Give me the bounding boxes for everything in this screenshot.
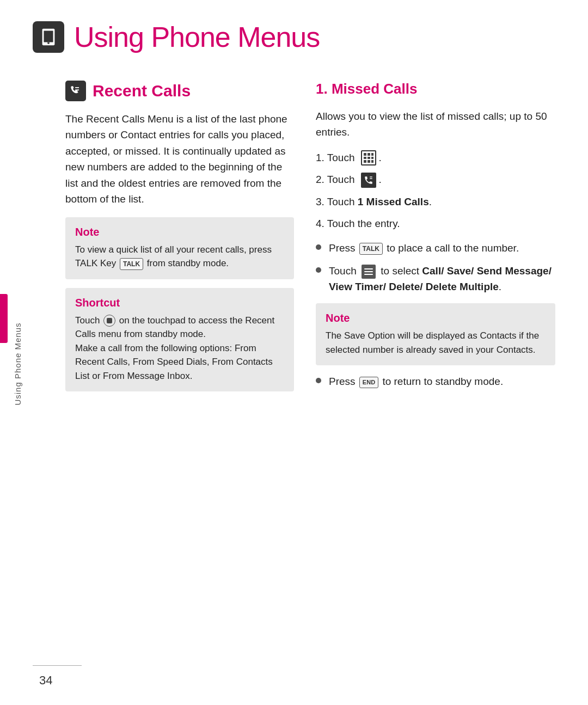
bullet-3: Press END to return to standby mode. (316, 374, 555, 390)
step3-bold: 1 Missed Calls (358, 196, 429, 207)
touchpad-svg (106, 317, 113, 324)
talk-key-badge-note: TALK (120, 258, 143, 270)
step-1: 1. Touch . (316, 150, 555, 166)
bullet2-content: Touch to select Call/ Save/ Send Message… (329, 263, 555, 295)
missed-calls-heading: 1. Missed Calls (316, 81, 555, 100)
bullet-1: Press TALK to place a call to the number… (316, 241, 555, 256)
bullet-list-2: Press END to return to standby mode. (316, 374, 555, 390)
page-number: 34 (39, 673, 52, 688)
bullet1-content: Press TALK to place a call to the number… (329, 241, 519, 256)
end-key: END (359, 377, 378, 388)
step-3: 3. Touch 1 Missed Calls. (316, 194, 555, 210)
note-text-left: To view a quick list of all your recent … (75, 243, 284, 271)
talk-key: TALK (359, 243, 383, 255)
step1-label: 1. Touch (316, 150, 354, 166)
recent-calls-icon (65, 81, 86, 101)
recent-calls-body: The Recent Calls Menu is a list of the l… (65, 111, 294, 207)
calls-icon (361, 173, 376, 188)
bullet2-before: Touch (329, 265, 359, 277)
svg-rect-3 (107, 318, 112, 323)
missed-calls-intro: Allows you to view the list of missed ca… (316, 108, 555, 140)
sidebar-label: Using Phone Menus (13, 322, 22, 405)
note-title-left: Note (75, 226, 284, 238)
bullet1-before: Press (329, 242, 356, 254)
bullet1-after: to place a call to the number. (387, 242, 519, 254)
left-column: Recent Calls The Recent Calls Menu is a … (65, 81, 294, 400)
shortcut-box: Shortcut Touch on the touchpad to access… (65, 288, 294, 392)
recent-calls-title: Recent Calls (93, 82, 191, 100)
step1-period: . (378, 150, 381, 166)
step2-period: . (378, 172, 381, 188)
bullet-2: Touch to select Call/ Save/ Send Message… (316, 263, 555, 295)
note-text-right: The Save Option will be displayed as Con… (326, 329, 546, 357)
shortcut-title: Shortcut (75, 297, 284, 309)
phone-icon (38, 27, 59, 47)
menu-box-icon (362, 265, 376, 279)
note-box-right: Note The Save Option will be displayed a… (316, 303, 555, 365)
phone-lines-icon (69, 84, 83, 98)
touchpad-icon (103, 315, 115, 327)
recent-calls-heading: Recent Calls (65, 81, 294, 101)
step-2: 2. Touch . (316, 172, 555, 188)
bullet3-after: to return to standby mode. (382, 376, 503, 387)
bullet3-before: Press (329, 376, 358, 387)
note-box-left: Note To view a quick list of all your re… (65, 217, 294, 279)
calls-svg (364, 175, 373, 185)
step-4: 4. Touch the entry. (316, 216, 555, 232)
step3-period: . (429, 196, 432, 207)
sidebar-bar (0, 294, 8, 343)
page-title: Using Phone Menus (74, 21, 320, 53)
bullet-dot-3 (316, 378, 321, 383)
bullet-dot-1 (316, 244, 321, 250)
main-content: Recent Calls The Recent Calls Menu is a … (0, 70, 588, 411)
bullet-list: Press TALK to place a call to the number… (316, 241, 555, 295)
right-column: 1. Missed Calls Allows you to view the l… (316, 81, 555, 400)
note-title-right: Note (326, 312, 546, 324)
bullet3-content: Press END to return to standby mode. (329, 374, 503, 390)
bullet-dot-2 (316, 267, 321, 273)
bottom-divider (33, 665, 82, 666)
grid-icon (361, 150, 376, 165)
page-title-icon (33, 21, 64, 53)
page-title-bar: Using Phone Menus (0, 0, 588, 70)
shortcut-text-1: Touch on the touchpad to access the Rece… (75, 314, 284, 383)
step2-label: 2. Touch (316, 172, 354, 188)
